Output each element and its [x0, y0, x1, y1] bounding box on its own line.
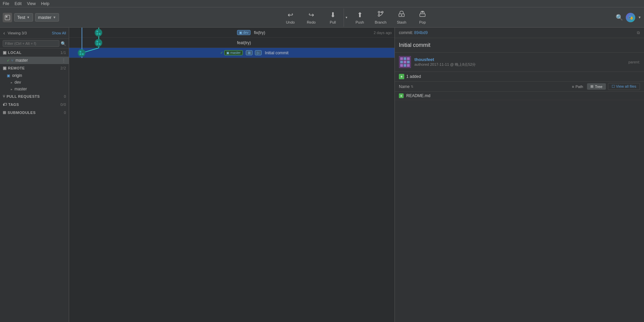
svg-rect-39 — [404, 57, 406, 60]
submodules-header[interactable]: ⊞ SUBMODULES 0 — [0, 109, 69, 117]
branch-selector[interactable]: master ▼ — [35, 13, 59, 22]
stash-icon — [398, 10, 405, 19]
commit-row-2[interactable]: feat(try) — [69, 38, 394, 48]
push-button[interactable]: ⬆ Push — [350, 8, 370, 27]
pull-button[interactable]: ⬇ Pull ▾ — [322, 8, 349, 27]
tag-label-master: master — [230, 51, 241, 55]
search-icon[interactable]: 🔍 — [616, 14, 623, 21]
svg-rect-45 — [404, 64, 406, 67]
back-button[interactable]: ‹ — [3, 30, 6, 36]
submodules-label: SUBMODULES — [8, 111, 36, 115]
commit-row-3[interactable]: ✓ ▣ master ⊞ ▷ Initial commit — [69, 48, 394, 58]
local-label: LOCAL — [8, 51, 22, 55]
pull-arrow[interactable]: ▾ — [344, 8, 349, 27]
redo-label: Redo — [307, 20, 316, 24]
branch-button[interactable]: Branch — [371, 8, 391, 27]
tags-icon: 🏷 — [3, 102, 7, 107]
menu-edit[interactable]: Edit — [14, 1, 22, 6]
sidebar: ‹ Viewing 3/3 Show All 🔍 ▣ LOCAL 1/1 ✓ ⑂… — [0, 28, 69, 322]
pull-requests-header[interactable]: ⑂ PULL REQUESTS 0 — [0, 92, 69, 100]
svg-rect-41 — [400, 61, 403, 63]
branch-tag-origin-master: ▷ — [255, 50, 262, 55]
svg-rect-27 — [99, 43, 100, 45]
commit-label: commit: — [399, 30, 413, 35]
commit-message-3: Initial commit — [265, 51, 289, 55]
show-all-link[interactable]: Show All — [52, 31, 66, 35]
remote-section-header[interactable]: ▣ REMOTE 2/2 — [0, 64, 69, 72]
file-status-icon: + — [399, 93, 404, 98]
graph-area: ▣ dev fix(try) 2 days ago — [69, 28, 394, 322]
repo-selector[interactable]: Test ▼ — [14, 13, 33, 22]
filter-search-icon[interactable]: 🔍 — [61, 41, 66, 46]
remote-dev-item[interactable]: ▸ dev — [0, 79, 69, 86]
copy-icon[interactable]: ⧉ — [637, 30, 640, 35]
sort-icon: ⇅ — [411, 85, 413, 88]
undo-button[interactable]: ↩ Undo — [280, 8, 300, 27]
commit-message-1: fix(try) — [254, 30, 265, 35]
commit-row-1[interactable]: ▣ dev fix(try) 2 days ago — [69, 28, 394, 38]
svg-rect-38 — [400, 57, 403, 60]
filter-input[interactable] — [3, 40, 59, 47]
menu-view[interactable]: View — [27, 1, 36, 6]
pop-label: Pop — [419, 20, 426, 24]
remote-count: 2/2 — [60, 66, 66, 70]
pr-icon: ⑂ — [3, 94, 5, 99]
added-icon: + — [399, 74, 404, 79]
toolbar-left: Test ▼ master ▼ — [3, 13, 97, 22]
commit-avatar-2 — [95, 39, 102, 47]
push-icon: ⬆ — [357, 11, 363, 19]
branch-icon — [377, 10, 384, 19]
menu-help[interactable]: Help — [41, 1, 50, 6]
view-all-files-button[interactable]: ☐ View all files — [608, 83, 640, 90]
submodules-count: 0 — [64, 111, 66, 115]
menu-file[interactable]: File — [3, 1, 9, 6]
pop-button[interactable]: Pop — [412, 8, 433, 27]
tags-label: TAGS — [8, 103, 19, 107]
file-name-readme: README.md — [406, 93, 430, 98]
commit-avatar-3 — [78, 49, 85, 57]
account-dropdown-arrow[interactable]: ▼ — [638, 16, 641, 19]
branch-tag-dev: ▣ dev — [237, 30, 251, 35]
more-options-icon[interactable]: ⋮ — [61, 58, 66, 63]
name-column-header[interactable]: Name ⇅ — [399, 84, 413, 89]
commit-timestamp-1: 2 days ago — [374, 31, 392, 35]
commit-avatar-1 — [95, 29, 102, 36]
svg-rect-19 — [99, 33, 100, 35]
stash-button[interactable]: Stash — [391, 8, 412, 27]
author-avatar — [399, 56, 411, 68]
local-section-header[interactable]: ▣ LOCAL 1/1 — [0, 49, 69, 57]
branch-type-icon: ⑂ — [11, 58, 13, 62]
remote-branch-icon-dev: ▸ — [11, 81, 12, 84]
remote-master-item[interactable]: ▸ master — [0, 86, 69, 92]
path-tab[interactable]: ≡ Path — [568, 84, 586, 90]
origin-item[interactable]: ▣ origin — [0, 72, 69, 79]
file-row-readme[interactable]: + README.md — [395, 92, 644, 100]
branch-label: Branch — [375, 20, 387, 24]
local-count: 1/1 — [60, 51, 66, 55]
redo-button[interactable]: ↪ Redo — [301, 8, 321, 27]
view-tabs: ≡ Path ⊞ Tree ☐ View all files — [568, 83, 640, 90]
commit-id: 894bd9 — [414, 30, 428, 35]
origin-label: origin — [12, 73, 22, 78]
author-name: thousfeet — [414, 57, 625, 62]
pop-icon — [419, 10, 426, 19]
author-info: thousfeet authored 2017-11-11 @ 晚上8点52分 — [414, 57, 625, 67]
tags-count: 0/0 — [60, 103, 66, 107]
tags-header[interactable]: 🏷 TAGS 0/0 — [0, 100, 69, 109]
repo-dropdown-arrow: ▼ — [27, 16, 30, 19]
svg-rect-43 — [407, 61, 410, 63]
view-all-checkbox: ☐ — [612, 84, 615, 88]
toolbar: Test ▼ master ▼ ↩ Undo ↪ Redo ⬇ Pull ▾ ⬆… — [0, 7, 644, 28]
tag-label-dev: dev — [243, 31, 248, 34]
name-label: Name — [399, 84, 410, 89]
filter-bar: 🔍 — [0, 39, 69, 49]
svg-rect-20 — [96, 33, 98, 35]
tree-tab[interactable]: ⊞ Tree — [587, 83, 606, 90]
remote-dev-label: dev — [14, 80, 21, 85]
branch-item-master-local[interactable]: ✓ ⑂ master ⋮ — [0, 57, 69, 64]
origin-icon: ▣ — [7, 74, 10, 78]
graph-line-1 — [72, 28, 139, 38]
author-row: thousfeet authored 2017-11-11 @ 晚上8点52分 … — [395, 53, 644, 72]
file-list-header: Name ⇅ ≡ Path ⊞ Tree ☐ View all files — [395, 82, 644, 92]
added-count: 1 added — [406, 74, 421, 79]
